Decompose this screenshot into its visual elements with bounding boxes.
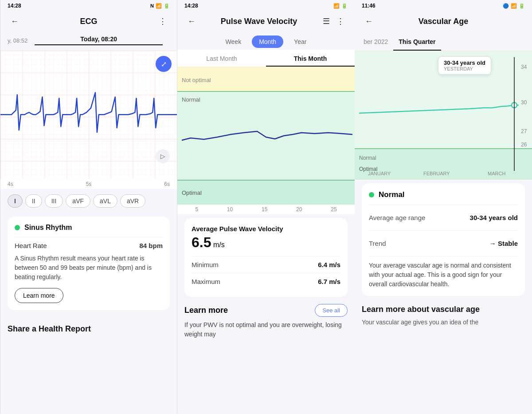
time-label-5s: 5s (86, 181, 92, 187)
pwv-avg-unit: m/s (213, 241, 225, 248)
battery-va: 🔋 (519, 3, 525, 9)
menu-button-pwv[interactable]: ⋮ (333, 14, 348, 28)
battery-icon: 🔋 (164, 3, 170, 9)
pwv-sub-tabs: Last Month This Month (177, 50, 355, 67)
va-learn-description: Your vascular age gives you an idea of t… (362, 318, 525, 327)
svg-text:Optimal: Optimal (182, 189, 202, 196)
va-learn-title: Learn more about vascular age (362, 305, 525, 314)
pwv-max-row: Maximum 6.7 m/s (192, 273, 340, 290)
time-va: 11:46 (362, 3, 376, 9)
divider-1 (15, 237, 163, 237)
ecg-time-labels: 4s 5s 6s (0, 179, 177, 189)
ecg-time-row: y, 08:52 Today, 08:20 (0, 34, 177, 47)
pwv-chart-area: Last Month This Month Not optimal Normal… (177, 50, 355, 214)
va-tooltip: 30-34 years old YESTERDAY (438, 56, 491, 75)
learn-more-description: If your PWV is not optimal and you are o… (184, 320, 348, 339)
va-period-bar: ber 2022 This Quarter (355, 34, 532, 51)
back-button-va[interactable]: ← (362, 14, 376, 28)
pwv-chart: Not optimal Normal Optimal (177, 67, 355, 205)
see-all-button[interactable]: See all (315, 304, 348, 317)
va-age-range-value: 30-34 years old (470, 214, 518, 221)
prev-time: y, 08:52 (8, 37, 27, 44)
menu-button-ecg[interactable]: ⋮ (156, 14, 170, 28)
status-icons-va: 🔵 📶 🔋 (503, 3, 525, 9)
pwv-min-value: 6.4 m/s (318, 261, 340, 268)
svg-text:Not optimal: Not optimal (182, 77, 211, 83)
back-button-ecg[interactable]: ← (8, 14, 22, 28)
tab-week[interactable]: Week (219, 35, 249, 48)
status-bar-pwv: 14:28 📶 🔋 (177, 0, 355, 11)
svg-text:Normal: Normal (359, 155, 376, 161)
divider-va-2 (369, 230, 518, 231)
va-normal-title: Normal (379, 190, 405, 199)
sinus-rhythm-card: Sinus Rhythm Heart Rate 84 bpm A Sinus R… (8, 217, 170, 310)
time-label-6s: 6s (164, 181, 170, 187)
expand-button[interactable]: ⤢ (156, 56, 172, 72)
svg-text:MARCH: MARCH (488, 171, 505, 176)
pwv-max-value: 6.7 m/s (318, 278, 340, 285)
ecg-panel: 14:28 N 📶 🔋 ← ECG ⋮ y, 08:52 Today, 08:2… (0, 0, 177, 414)
sinus-title: Sinus Rhythm (24, 224, 72, 232)
lead-bar: I II III aVF aVL aVR (0, 189, 177, 213)
divider-va-3 (369, 256, 518, 256)
va-normal-card: Normal Average age range 30-34 years old… (362, 183, 525, 296)
va-trend-value: → Stable (489, 240, 518, 247)
heart-rate-label: Heart Rate (15, 242, 47, 249)
pwv-max-label: Maximum (192, 278, 220, 285)
svg-text:FEBRUARY: FEBRUARY (423, 171, 450, 176)
lead-III[interactable]: III (45, 194, 63, 208)
bluetooth-icon: 🔵 (503, 3, 509, 9)
sinus-status-dot (15, 225, 20, 230)
list-button-pwv[interactable]: ☰ (319, 14, 333, 28)
lead-I[interactable]: I (8, 194, 23, 208)
va-period-tab-quarter[interactable]: This Quarter (393, 34, 441, 51)
learn-more-header: Learn more See all (184, 304, 348, 317)
pwv-avg-value: 6.5 (192, 234, 211, 250)
va-header: ← Vascular Age (355, 11, 532, 34)
pwv-title: Pulse Wave Velocity (199, 17, 319, 26)
learn-more-button-ecg[interactable]: Learn more (15, 288, 63, 303)
ecg-header: ← ECG ⋮ (0, 11, 177, 34)
pwv-min-label: Minimum (192, 261, 219, 268)
signal-icon: 📶 (156, 3, 162, 9)
vascular-age-panel: 11:46 🔵 📶 🔋 ← Vascular Age ber 2022 This… (355, 0, 532, 414)
pwv-min-row: Minimum 6.4 m/s (192, 256, 340, 273)
svg-text:26: 26 (521, 142, 527, 148)
tab-year[interactable]: Year (287, 35, 313, 48)
sinus-description: A Sinus Rhythm result means your heart r… (15, 254, 163, 282)
pwv-learn-more-section: Learn more See all If your PWV is not op… (177, 300, 355, 343)
va-tooltip-sub: YESTERDAY (444, 66, 485, 71)
status-icons-pwv: 📶 🔋 (333, 3, 348, 9)
va-tooltip-value: 30-34 years old (444, 59, 485, 66)
sub-tab-this-month[interactable]: This Month (266, 50, 355, 67)
time-ecg: 14:28 (8, 3, 21, 9)
va-trend-label: Trend (369, 240, 386, 247)
va-description: Your average vascular age is normal and … (369, 261, 518, 289)
ecg-chart: ⤢ ▷ (0, 51, 177, 179)
lead-aVL[interactable]: aVL (93, 194, 117, 208)
svg-text:JANUARY: JANUARY (368, 171, 391, 176)
tab-month[interactable]: Month (252, 35, 283, 48)
va-period-tab-ber[interactable]: ber 2022 (358, 34, 393, 51)
wifi-icon: 📶 (511, 3, 517, 9)
current-time: Today, 08:20 (35, 35, 163, 45)
va-title: Vascular Age (376, 17, 511, 26)
lead-II[interactable]: II (25, 194, 42, 208)
x-label-15: 15 (262, 206, 267, 213)
lead-aVF[interactable]: aVF (66, 194, 90, 208)
va-chart: Optimal Normal 34 30 27 26 JANUARY FEBRU… (355, 51, 532, 180)
heart-rate-value: 84 bpm (139, 242, 163, 249)
pwv-tab-bar: Week Month Year (177, 34, 355, 48)
share-title: Share a Health Report (8, 324, 91, 333)
svg-text:Normal: Normal (182, 96, 200, 103)
x-label-25: 25 (331, 206, 336, 213)
svg-rect-5 (177, 91, 355, 180)
signal-pwv: 📶 (333, 3, 340, 9)
pwv-header: ← Pulse Wave Velocity ☰ ⋮ (177, 11, 355, 34)
back-button-pwv[interactable]: ← (184, 14, 199, 28)
time-label-4s: 4s (8, 181, 13, 187)
sub-tab-last-month[interactable]: Last Month (177, 50, 266, 67)
lead-aVR[interactable]: aVR (120, 194, 145, 208)
play-button[interactable]: ▷ (156, 149, 170, 163)
heart-rate-row: Heart Rate 84 bpm (15, 242, 163, 249)
